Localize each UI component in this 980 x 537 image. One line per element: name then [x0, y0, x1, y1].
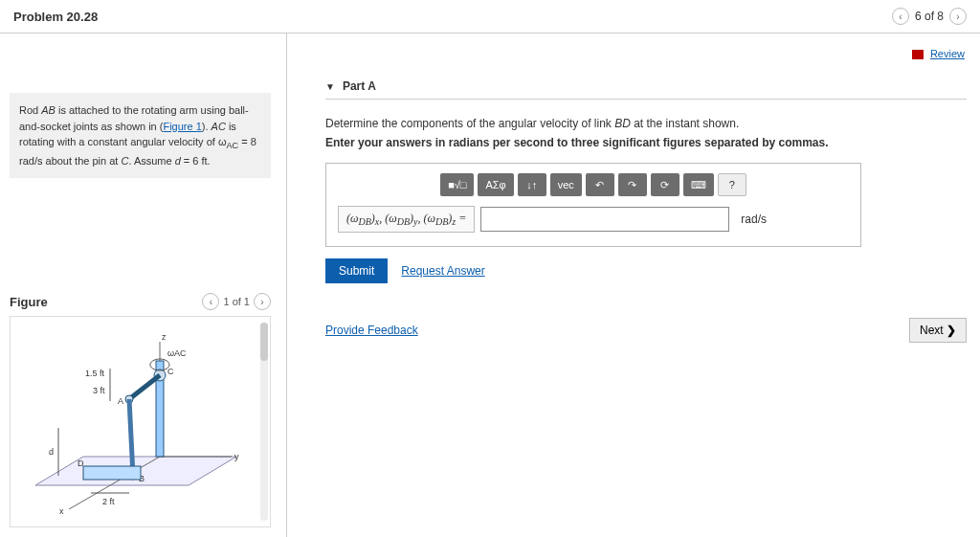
problem-statement: Rod AB is attached to the rotating arm u…	[10, 93, 271, 178]
toolbar-scripts-button[interactable]: ↓↑	[518, 173, 546, 196]
page-header: Problem 20.28 ‹ 6 of 8 ›	[0, 0, 980, 34]
problem-statement-text: Rod AB is attached to the rotating arm u…	[19, 104, 256, 167]
toolbar-symbols-button[interactable]: ΑΣφ	[478, 173, 513, 196]
provide-feedback-link[interactable]: Provide Feedback	[325, 324, 418, 337]
figure-scrollbar[interactable]	[260, 323, 268, 521]
feedback-row: Provide Feedback Next ❯	[325, 318, 967, 343]
request-answer-link[interactable]: Request Answer	[401, 264, 484, 278]
figure-position: 1 of 1	[223, 296, 250, 307]
submit-button[interactable]: Submit	[325, 258, 388, 283]
main-area: Rod AB is attached to the rotating arm u…	[0, 34, 980, 537]
answer-row: (ωDB)x, (ωDB)y, (ωDB)z = rad/s	[338, 206, 849, 233]
label-D: D	[78, 459, 84, 468]
axis-y-label: y	[234, 452, 239, 461]
next-problem-button[interactable]: ›	[949, 8, 967, 25]
axis-x-label: x	[59, 506, 64, 514]
answer-input[interactable]	[480, 207, 729, 232]
figure-header: Figure ‹ 1 of 1 ›	[10, 293, 271, 310]
toolbar-vec-button[interactable]: vec	[550, 173, 582, 196]
right-panel: Review ▼ Part A Determine the components…	[287, 34, 980, 537]
label-omega: ωAC	[167, 348, 187, 358]
answer-unit: rad/s	[741, 213, 767, 226]
dim-3ft: 3 ft	[93, 386, 105, 395]
figure-title: Figure	[10, 295, 48, 309]
figure-scroll-thumb[interactable]	[260, 323, 268, 361]
next-label: Next	[920, 324, 944, 337]
answer-area: ■√□ ΑΣφ ↓↑ vec ↶ ↷ ⟳ ⌨ ? (ωDB)x, (ωDB)y,…	[325, 163, 861, 247]
toolbar-templates-button[interactable]: ■√□	[440, 173, 474, 196]
figure-nav: ‹ 1 of 1 ›	[202, 293, 271, 310]
left-panel: Rod AB is attached to the rotating arm u…	[0, 34, 287, 537]
question-text: Determine the components of the angular …	[325, 117, 967, 130]
axis-z-label: z	[162, 332, 167, 342]
toolbar-undo-button[interactable]: ↶	[586, 173, 614, 196]
svg-line-6	[129, 375, 160, 399]
toolbar-reset-button[interactable]: ⟳	[651, 173, 679, 196]
figure-body: z y x C ωAC A	[10, 316, 271, 527]
question-block: Determine the components of the angular …	[325, 100, 967, 289]
submit-row: Submit Request Answer	[325, 258, 967, 283]
next-figure-button[interactable]: ›	[254, 293, 271, 310]
dim-1p5ft: 1.5 ft	[85, 369, 105, 378]
chevron-right-icon: ❯	[947, 324, 956, 337]
equation-toolbar: ■√□ ΑΣφ ↓↑ vec ↶ ↷ ⟳ ⌨ ?	[338, 173, 849, 196]
caret-down-icon: ▼	[325, 81, 335, 92]
label-A: A	[118, 396, 123, 406]
svg-rect-10	[83, 466, 141, 480]
part-label: Part A	[343, 79, 376, 93]
prev-figure-button[interactable]: ‹	[202, 293, 219, 310]
next-button[interactable]: Next ❯	[909, 318, 967, 343]
answer-lhs: (ωDB)x, (ωDB)y, (ωDB)z =	[338, 206, 475, 233]
review-link[interactable]: Review	[930, 48, 965, 59]
problem-title: Problem 20.28	[13, 10, 98, 24]
figure-svg: z y x C ωAC A	[16, 323, 265, 514]
answer-instruction: Enter your answers in radians per second…	[325, 136, 967, 149]
label-C: C	[167, 367, 174, 376]
problem-position: 6 of 8	[915, 10, 944, 23]
part-header[interactable]: ▼ Part A	[325, 74, 967, 100]
problem-nav: ‹ 6 of 8 ›	[892, 8, 967, 25]
toolbar-keyboard-button[interactable]: ⌨	[683, 173, 714, 196]
toolbar-redo-button[interactable]: ↷	[618, 173, 647, 196]
dim-2ft: 2 ft	[102, 497, 115, 506]
prev-problem-button[interactable]: ‹	[892, 8, 909, 25]
flag-icon	[912, 50, 924, 59]
review-bar: Review	[325, 43, 967, 74]
toolbar-help-button[interactable]: ?	[718, 173, 746, 196]
dim-d: d	[49, 447, 54, 457]
